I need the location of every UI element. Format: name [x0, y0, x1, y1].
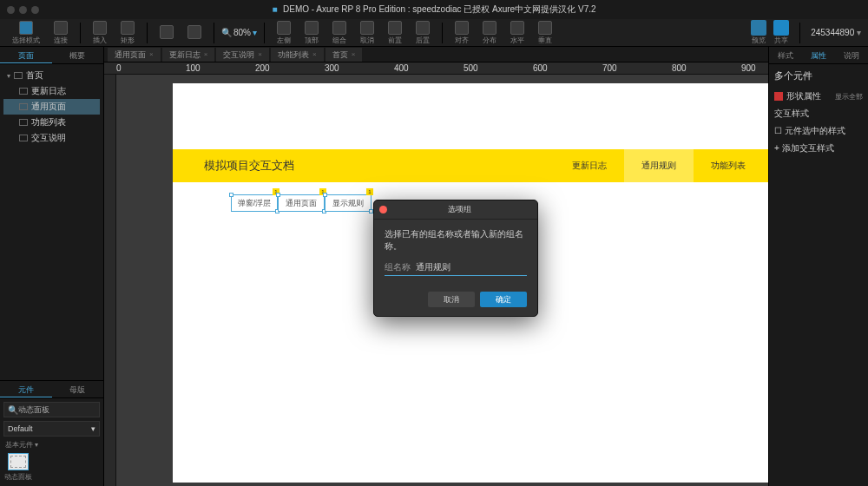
close-icon[interactable]: × — [258, 48, 262, 62]
title-text: DEMO - Axure RP 8 Pro Edition : speedzod… — [283, 4, 596, 14]
close-icon[interactable]: × — [312, 48, 317, 62]
min-dot[interactable] — [19, 6, 27, 14]
tool-undo[interactable] — [155, 25, 179, 40]
inspector-row[interactable]: ☐ 元件选中的样式 — [774, 122, 863, 140]
inspector-title: 多个元件 — [774, 69, 863, 82]
field-value: 通用规则 — [416, 261, 450, 273]
coordinates: 245344890 ▾ — [811, 28, 861, 37]
tree-item[interactable]: 通用页面 — [3, 99, 100, 115]
close-icon[interactable]: × — [352, 48, 356, 62]
group[interactable]: 组合 — [327, 21, 352, 45]
tab-pages[interactable]: 页面 — [0, 47, 52, 63]
ungroup[interactable]: 取消 — [355, 21, 379, 45]
toolbar: 选择模式 连接 插入 矩形 🔍 80% ▾ 左侧 顶部 组合 取消 前置 后置 … — [0, 19, 868, 47]
close-icon[interactable]: × — [204, 48, 208, 62]
tool-connect[interactable]: 连接 — [49, 21, 73, 45]
tool-insert[interactable]: 插入 — [88, 21, 112, 45]
tree-root[interactable]: ▾ 首页 — [3, 68, 100, 83]
tree-item[interactable]: 更新日志 — [3, 83, 100, 99]
file-tab[interactable]: 功能列表× — [271, 48, 324, 62]
inspector-row[interactable]: 形状属性显示全部 — [774, 88, 863, 105]
nav-item[interactable]: 交互说明 — [763, 149, 768, 182]
widget-category: 基本元件 ▾ — [0, 440, 103, 450]
option-group-dialog: 选项组 选择已有的组名称或者输入新的组名称。 组名称 通用规则 取消 确定 — [373, 200, 538, 317]
vert[interactable]: 垂直 — [533, 21, 557, 45]
dialog-title: 选项组 — [387, 204, 532, 215]
preview-button[interactable] — [751, 20, 766, 36]
pages-panel-tabs: 页面 概要 — [0, 47, 103, 64]
field-label: 组名称 — [385, 261, 411, 273]
tree-item[interactable]: 功能列表 — [3, 115, 100, 130]
ok-button[interactable]: 确定 — [480, 292, 527, 307]
pages-tree: ▾ 首页 更新日志 通用页面 功能列表 交互说明 — [0, 64, 103, 380]
nav-item[interactable]: 通用规则 — [624, 149, 694, 182]
selected-widget[interactable]: 显示规则1 — [325, 194, 372, 212]
tool-select[interactable]: 选择模式 — [7, 21, 45, 45]
front[interactable]: 前置 — [383, 21, 407, 45]
tab-widgets[interactable]: 元件 — [0, 381, 52, 397]
dialog-message: 选择已有的组名称或者输入新的组名称。 — [385, 228, 527, 253]
inspector-row[interactable]: + 添加交互样式 — [774, 140, 863, 157]
widget-dynamic-panel[interactable]: 动态面板 — [3, 453, 33, 483]
selected-widget[interactable]: 弹窗/浮层1 — [231, 194, 278, 212]
title-icon: ■ — [272, 4, 277, 14]
hero-title: 模拟项目交互文档 — [204, 158, 294, 174]
max-dot[interactable] — [31, 6, 39, 14]
back[interactable]: 后置 — [411, 21, 435, 45]
hero-bar: 模拟项目交互文档 更新日志通用规则功能列表交互说明 — [173, 149, 768, 182]
align-top[interactable]: 顶部 — [299, 21, 324, 45]
dialog-close-icon[interactable] — [379, 206, 387, 213]
file-tab[interactable]: 通用页面× — [108, 48, 161, 62]
window-title: ■ DEMO - Axure RP 8 Pro Edition : speedz… — [272, 3, 595, 16]
search-input[interactable] — [18, 405, 115, 414]
file-tab[interactable]: 交互说明× — [216, 48, 269, 62]
close-dot[interactable] — [7, 6, 15, 14]
ruler-horizontal: 0100200300400500600700800900 — [104, 62, 768, 75]
file-tab[interactable]: 首页× — [326, 48, 363, 62]
close-icon[interactable]: × — [149, 48, 154, 62]
window-controls — [7, 6, 39, 14]
distribute[interactable]: 分布 — [477, 21, 502, 45]
tab-notes[interactable]: 说明 — [835, 47, 868, 63]
tree-item[interactable]: 交互说明 — [3, 130, 100, 146]
group-name-field[interactable]: 组名称 通用规则 — [385, 259, 527, 276]
align-left[interactable]: 左侧 — [272, 21, 296, 45]
file-tab[interactable]: 更新日志× — [162, 48, 215, 62]
widget-search[interactable]: 🔍✕ — [3, 402, 100, 417]
share-button[interactable] — [773, 20, 789, 36]
tool-rect[interactable]: 矩形 — [115, 21, 140, 45]
nav-item[interactable]: 功能列表 — [694, 149, 763, 182]
tool-redo[interactable] — [182, 25, 207, 40]
zoom-control[interactable]: 🔍 80% ▾ — [221, 28, 257, 37]
titlebar: ■ DEMO - Axure RP 8 Pro Edition : speedz… — [0, 0, 868, 19]
tab-outline[interactable]: 概要 — [52, 47, 104, 63]
nav-item[interactable]: 更新日志 — [555, 149, 624, 182]
inspector-row[interactable]: 交互样式 — [774, 105, 863, 122]
selected-widget[interactable]: 通用页面1 — [278, 194, 325, 212]
tab-props[interactable]: 属性 — [802, 47, 835, 63]
ruler-vertical — [104, 75, 116, 486]
horiz[interactable]: 水平 — [505, 21, 529, 45]
tab-style[interactable]: 样式 — [769, 47, 802, 63]
tab-masters[interactable]: 母版 — [52, 381, 104, 397]
align[interactable]: 对齐 — [450, 21, 474, 45]
file-tabs: 通用页面×更新日志×交互说明×功能列表×首页× — [104, 47, 768, 62]
cancel-button[interactable]: 取消 — [428, 292, 475, 307]
library-select[interactable]: Default — [3, 421, 100, 437]
